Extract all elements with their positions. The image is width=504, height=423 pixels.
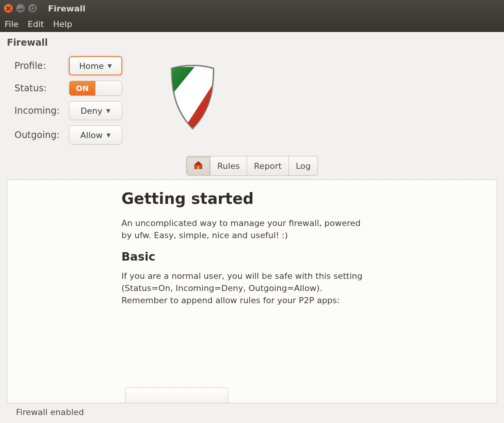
minimize-icon xyxy=(18,6,23,11)
tab-report[interactable]: Report xyxy=(247,156,289,176)
tab-home[interactable] xyxy=(186,156,211,176)
status-off-part xyxy=(96,81,122,95)
profile-label: Profile: xyxy=(14,60,60,71)
status-text: Firewall enabled xyxy=(16,407,84,417)
status-toggle[interactable]: ON xyxy=(69,81,122,96)
chevron-down-icon: ▼ xyxy=(107,132,111,138)
section-title: Firewall xyxy=(7,37,497,48)
outgoing-dropdown[interactable]: Allow ▼ xyxy=(69,126,122,145)
doc-inline-image xyxy=(125,388,228,403)
profile-value: Home xyxy=(79,61,104,71)
titlebar: Firewall xyxy=(0,0,504,17)
close-icon xyxy=(6,6,11,11)
maximize-icon xyxy=(30,6,35,11)
shield-icon xyxy=(164,63,221,133)
tab-rules[interactable]: Rules xyxy=(211,156,247,176)
status-on-text: ON xyxy=(69,81,96,95)
incoming-value: Deny xyxy=(81,106,102,116)
document-panel[interactable]: Getting started An uncomplicated way to … xyxy=(7,180,497,403)
tab-rules-label: Rules xyxy=(217,161,240,171)
chevron-down-icon: ▼ xyxy=(108,63,112,69)
window-maximize-button[interactable] xyxy=(28,4,37,13)
status-label: Status: xyxy=(14,83,60,94)
tabs: Rules Report Log xyxy=(7,156,497,176)
document-content: Getting started An uncomplicated way to … xyxy=(121,190,365,306)
doc-intro: An uncomplicated way to manage your fire… xyxy=(121,217,365,242)
settings-grid: Profile: Home ▼ Status: ON Incoming: Den… xyxy=(14,56,122,145)
outgoing-label: Outgoing: xyxy=(14,130,60,140)
menu-edit[interactable]: Edit xyxy=(28,19,44,29)
incoming-label: Incoming: xyxy=(14,105,60,116)
window-title: Firewall xyxy=(48,4,86,13)
doc-basic-heading: Basic xyxy=(121,250,365,263)
content-area: Firewall Profile: Home ▼ Status: ON Inco… xyxy=(0,32,504,423)
incoming-dropdown[interactable]: Deny ▼ xyxy=(69,101,122,120)
doc-title: Getting started xyxy=(121,190,365,207)
window-close-button[interactable] xyxy=(4,4,13,13)
window-minimize-button[interactable] xyxy=(16,4,25,13)
menu-help[interactable]: Help xyxy=(53,19,72,29)
menubar: File Edit Help xyxy=(0,17,504,32)
statusbar: Firewall enabled xyxy=(7,403,497,421)
svg-rect-0 xyxy=(31,7,34,10)
outgoing-value: Allow xyxy=(80,130,103,140)
menu-file[interactable]: File xyxy=(5,19,19,29)
profile-dropdown[interactable]: Home ▼ xyxy=(69,56,122,75)
svg-rect-3 xyxy=(198,166,199,169)
chevron-down-icon: ▼ xyxy=(106,108,110,114)
home-icon xyxy=(193,160,203,172)
tab-log[interactable]: Log xyxy=(289,156,318,176)
tab-report-label: Report xyxy=(254,161,282,171)
tab-log-label: Log xyxy=(296,161,311,171)
doc-basic-body: If you are a normal user, you will be sa… xyxy=(121,270,365,307)
